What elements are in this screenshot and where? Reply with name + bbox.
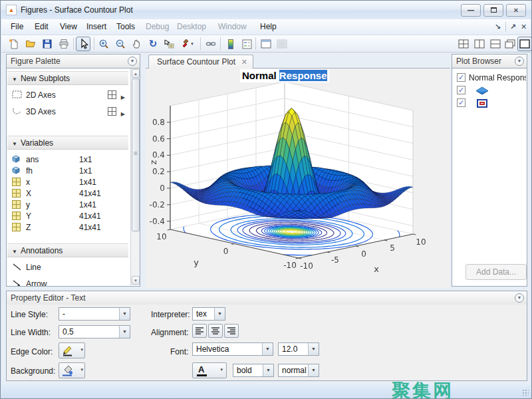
font-angle-combo[interactable]: normal ▼: [278, 364, 319, 377]
arrow-cursor-icon: [78, 39, 88, 49]
open-file-button[interactable]: [23, 37, 38, 51]
dropdown-arrow-icon: ▼: [308, 364, 319, 376]
collapse-triangle-icon: ▼: [12, 141, 17, 147]
section-annotations[interactable]: ▼Annotations: [7, 243, 128, 257]
line-width-combo[interactable]: 0.5 ▼: [59, 325, 130, 338]
figure-palette-collapse-icon[interactable]: ▼: [128, 57, 137, 66]
surface-contour-plot-canvas[interactable]: [146, 69, 450, 288]
figure-palette-scrollbar[interactable]: ▲ ▼: [130, 68, 140, 285]
2d-axes-label: 2D Axes: [26, 88, 56, 102]
brush-icon: [180, 39, 191, 49]
resize-grip[interactable]: [522, 389, 529, 396]
tile-vertical-button[interactable]: [472, 37, 487, 51]
checkbox-checked[interactable]: ✓: [457, 86, 466, 94]
new-figure-button[interactable]: [7, 37, 21, 51]
dropdown-arrow-icon: ▼: [214, 308, 225, 320]
menu-desktop[interactable]: Desktop: [177, 22, 206, 31]
line-style-combo[interactable]: - ▼: [59, 307, 130, 321]
tab-surface-contour-plot[interactable]: Surface Countour Plot ✕: [148, 55, 253, 68]
plot-browser-item-title[interactable]: ✓ Normal Response: [453, 73, 518, 85]
subplot-grid-picker-icon[interactable]: [108, 107, 116, 116]
annotation-item-line[interactable]: Line: [7, 261, 128, 274]
rotate-3d-button[interactable]: ↻: [146, 37, 160, 51]
tile-horizontal-button[interactable]: [488, 37, 503, 51]
scroll-down-icon[interactable]: ▼: [132, 276, 140, 285]
align-left-button[interactable]: [192, 324, 207, 338]
insert-legend-button[interactable]: [239, 37, 254, 51]
show-plot-tools-button[interactable]: [259, 37, 273, 51]
link-plot-button[interactable]: [203, 37, 218, 51]
collapse-triangle-icon: ▼: [12, 249, 17, 255]
menu-tools[interactable]: Tools: [116, 22, 135, 31]
font-color-button[interactable]: A ▾: [192, 362, 227, 378]
menu-window[interactable]: Window: [218, 22, 247, 31]
menu-view[interactable]: View: [60, 22, 77, 31]
plot-browser-title: Plot Browser: [456, 57, 501, 66]
font-weight-value: bold: [237, 366, 252, 375]
menu-insert[interactable]: Insert: [86, 22, 106, 31]
subplot-grid-picker-icon[interactable]: [108, 90, 116, 99]
matrix-icon: [12, 223, 21, 231]
background-color-button[interactable]: ▾: [59, 362, 85, 378]
palette-item-3d-axes[interactable]: 3D Axes ▶: [7, 105, 128, 118]
annotation-item-arrow[interactable]: Arrow: [7, 277, 128, 287]
maximize-button[interactable]: [483, 4, 503, 17]
align-center-button[interactable]: [208, 324, 223, 338]
menu-help[interactable]: Help: [260, 22, 277, 31]
maximize-icon: [491, 7, 497, 13]
section-new-subplots[interactable]: ▼New Subplots: [7, 71, 128, 85]
save-floppy-icon: [42, 39, 53, 49]
font-weight-combo[interactable]: bold ▼: [233, 364, 274, 377]
edge-color-button[interactable]: ▾: [59, 342, 85, 358]
menu-file[interactable]: File: [11, 22, 23, 31]
close-button[interactable]: ✕: [506, 4, 526, 17]
data-cursor-button[interactable]: [162, 37, 176, 51]
plot-browser-collapse-icon[interactable]: ▼: [515, 57, 524, 66]
annotations-label: Annotations: [21, 246, 63, 255]
hide-plot-tools-button[interactable]: [275, 37, 289, 51]
pan-button[interactable]: [130, 37, 144, 51]
plot-browser-item-contour[interactable]: ✓: [453, 98, 518, 110]
variable-row-Z[interactable]: Z41x41: [7, 221, 128, 234]
toolbar-separator: [94, 37, 94, 50]
insert-colorbar-button[interactable]: [223, 37, 238, 51]
edit-plot-button[interactable]: [76, 37, 90, 51]
minimize-button[interactable]: —: [461, 4, 481, 17]
align-right-button[interactable]: [224, 324, 239, 338]
interpreter-value: tex: [196, 309, 207, 319]
scrollbar-thumb[interactable]: [132, 78, 140, 231]
section-variables[interactable]: ▼Variables: [7, 136, 128, 150]
property-editor-collapse-icon[interactable]: ▼: [515, 293, 524, 303]
plot-browser-panel: ✓ Normal Response ✓ ✓ Add Data...: [452, 68, 527, 287]
close-figure-icon[interactable]: ✕: [521, 23, 527, 31]
scroll-up-icon[interactable]: ▲: [132, 69, 140, 78]
maximize-tab-button[interactable]: [517, 37, 532, 51]
tile-grid-button[interactable]: [456, 37, 471, 51]
font-color-swatch: [197, 374, 207, 376]
checkbox-checked[interactable]: ✓: [457, 73, 466, 82]
checkbox-checked[interactable]: ✓: [457, 98, 466, 107]
tab-close-icon[interactable]: ✕: [241, 55, 247, 68]
undock-icon[interactable]: ↗: [510, 23, 516, 31]
interpreter-combo[interactable]: tex ▼: [192, 307, 225, 321]
plot-title-editor[interactable]: Normal Response: [240, 69, 329, 82]
interpreter-label: Interpreter:: [151, 310, 190, 319]
print-figure-button[interactable]: [57, 37, 71, 51]
menu-edit[interactable]: Edit: [35, 22, 49, 31]
zoom-in-button[interactable]: [96, 37, 111, 51]
menu-debug[interactable]: Debug: [146, 22, 169, 31]
brush-data-button[interactable]: ▾: [177, 37, 197, 51]
plot-browser-header: Plot Browser ▼: [452, 54, 527, 68]
dock-figure-icon[interactable]: ↘: [495, 23, 501, 31]
title-bar[interactable]: ▲ Figures - Surface Countour Plot — ✕: [1, 1, 531, 19]
cascade-windows-button[interactable]: [503, 37, 517, 51]
zoom-out-button[interactable]: [113, 37, 128, 51]
zoom-out-icon: [115, 39, 126, 49]
add-data-button[interactable]: Add Data...: [466, 264, 527, 280]
dropdown-arrow-icon: ▾: [80, 347, 83, 352]
plot-browser-item-surface[interactable]: ✓: [453, 86, 518, 98]
font-size-combo[interactable]: 12.0 ▼: [278, 342, 319, 356]
font-name-combo[interactable]: Helvetica ▼: [192, 342, 273, 356]
save-figure-button[interactable]: [40, 37, 55, 51]
palette-item-2d-axes[interactable]: 2D Axes ▶: [7, 88, 128, 102]
